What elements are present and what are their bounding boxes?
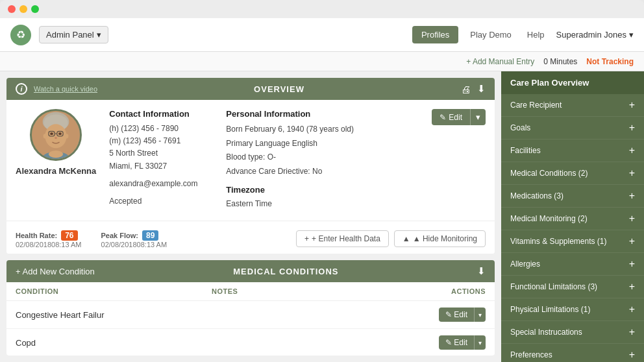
navbar: ♻ Admin Panel ▾ Profiles Play Demo Help … <box>0 18 644 52</box>
plus-icon: + <box>629 327 635 337</box>
edit-button[interactable]: ✎ Edit <box>432 109 470 125</box>
watch-video-link[interactable]: Watch a quick video <box>34 85 97 93</box>
close-button[interactable] <box>8 5 16 13</box>
sidebar-item-medical-conditions[interactable]: Medical Conditions (2) + <box>501 162 644 185</box>
sidebar-item-care-recipient[interactable]: Care Recipient + <box>501 94 644 117</box>
col-notes-header: NOTES <box>212 287 408 295</box>
condition-actions: ✎ Edit ▾ <box>408 335 486 350</box>
logo-icon: ♻ <box>16 29 25 41</box>
blood-type: Blood type: O- <box>226 151 419 165</box>
profiles-button[interactable]: Profiles <box>412 26 458 43</box>
edit-label: Edit <box>449 113 462 122</box>
timezone-value: Eastern Time <box>226 197 419 211</box>
overview-card: i Watch a quick video OVERVIEW 🖨 ⬇ <box>6 78 495 254</box>
avatar <box>30 109 82 161</box>
conditions-title: MEDICAL CONDITIONS <box>233 267 338 276</box>
app-logo: ♻ <box>10 25 31 45</box>
conditions-header-left: + Add New Condition <box>16 267 95 276</box>
plus-icon: + <box>629 350 635 360</box>
sidebar-item-preferences[interactable]: Preferences + <box>501 344 644 362</box>
condition-edit-dropdown[interactable]: ▾ <box>474 335 486 350</box>
sidebar-item-physical-limitations[interactable]: Physical Limitations (1) + <box>501 298 644 321</box>
plus-icon: + <box>629 168 635 178</box>
sidebar-item-medications[interactable]: Medications (3) + <box>501 185 644 208</box>
sidebar-item-functional-limitations[interactable]: Functional Limitations (3) + <box>501 276 644 298</box>
peak-flow-value: 89 <box>142 230 158 241</box>
maximize-button[interactable] <box>31 5 39 13</box>
condition-edit-button[interactable]: ✎ Edit <box>439 335 474 350</box>
plus-icon: + <box>629 145 635 156</box>
edit-section: ✎ Edit ▾ <box>432 109 486 211</box>
overview-title: OVERVIEW <box>254 84 304 94</box>
contact-title: Contact Information <box>109 109 213 119</box>
sidebar-item-special-instructions[interactable]: Special Instrucations + <box>501 321 644 344</box>
phone-home: (h) (123) 456 - 7890 <box>109 123 213 135</box>
sidebar-item-label: Preferences <box>510 350 552 359</box>
sidebar-item-label: Vitamins & Supplements (1) <box>510 237 607 246</box>
plus-icon: + <box>629 236 635 247</box>
add-condition-button[interactable]: + Add New Condition <box>16 267 95 276</box>
minutes-display: 0 Minutes <box>543 57 577 66</box>
peak-flow-date: 02/08/201808:13 AM <box>101 241 167 248</box>
edit-chevron-icon: ▾ <box>476 112 480 122</box>
edit-button-group: ✎ Edit ▾ <box>432 109 486 125</box>
play-demo-link[interactable]: Play Demo <box>466 30 515 40</box>
sidebar-item-label: Medications (3) <box>510 191 564 200</box>
condition-edit-dropdown[interactable]: ▾ <box>474 308 486 322</box>
health-rate-metric: Health Rate: 76 02/08/201808:13 AM <box>16 229 82 248</box>
sidebar-item-label: Facilities <box>510 146 541 155</box>
sidebar-item-vitamins[interactable]: Vitamins & Supplements (1) + <box>501 230 644 253</box>
address-line1: 5 North Street <box>109 147 213 160</box>
health-actions: + + Enter Health Data ▲ ▲ Hide Monitorin… <box>296 230 486 247</box>
enter-health-icon: + <box>304 234 309 243</box>
sidebar-item-label: Care Recipient <box>510 101 562 110</box>
admin-panel-chevron: ▾ <box>97 30 101 40</box>
edit-pencil-icon: ✎ <box>440 113 446 122</box>
tracking-status: Not Tracking <box>586 57 634 66</box>
cond-edit-label: Edit <box>454 338 467 347</box>
personal-title: Personal Information <box>226 109 419 119</box>
condition-edit-button[interactable]: ✎ Edit <box>439 308 474 322</box>
peak-flow-metric: Peak Flow: 89 02/08/201808:13 AM <box>101 229 167 248</box>
avatar-section: Alexandra McKenna <box>16 109 96 211</box>
svg-point-13 <box>49 151 63 158</box>
phone-mobile: (m) (123) 456 - 7691 <box>109 135 213 147</box>
svg-point-11 <box>65 134 69 138</box>
sidebar-item-label: Medical Monitoring (2) <box>510 214 588 223</box>
plus-icon: + <box>629 123 635 133</box>
export-icon[interactable]: ⬇ <box>477 83 486 95</box>
cond-dropdown-icon: ▾ <box>478 311 482 319</box>
add-manual-entry-link[interactable]: + Add Manual Entry <box>466 57 534 66</box>
sidebar-item-medical-monitoring[interactable]: Medical Monitoring (2) + <box>501 208 644 230</box>
plus-icon: + <box>629 259 635 269</box>
sidebar-item-allergies[interactable]: Allergies + <box>501 253 644 276</box>
user-name: Superadmin Jones <box>556 30 626 40</box>
hide-monitoring-button[interactable]: ▲ ▲ Hide Monitoring <box>394 230 486 247</box>
enter-health-data-button[interactable]: + + Enter Health Data <box>296 230 389 247</box>
info-icon[interactable]: i <box>16 83 27 95</box>
language: Primary Language English <box>226 137 419 151</box>
contact-section: Contact Information (h) (123) 456 - 7890… <box>109 109 213 211</box>
sidebar-item-facilities[interactable]: Facilities + <box>501 139 644 162</box>
plus-icon: + <box>629 191 635 201</box>
sidebar-item-goals[interactable]: Goals + <box>501 117 644 139</box>
sidebar-item-label: Physical Limitations (1) <box>510 305 590 314</box>
admin-panel-button[interactable]: Admin Panel ▾ <box>39 26 108 43</box>
sidebar-header: Care Plan Overview <box>501 71 644 94</box>
condition-name: Congestive Heart Failur <box>16 310 212 320</box>
cond-dropdown-icon: ▾ <box>478 339 482 346</box>
overview-body: Alexandra McKenna Contact Information (h… <box>6 100 495 221</box>
user-menu[interactable]: Superadmin Jones ▾ <box>556 30 634 40</box>
help-link[interactable]: Help <box>523 30 549 40</box>
condition-actions: ✎ Edit ▾ <box>408 308 486 322</box>
print-icon[interactable]: 🖨 <box>461 84 471 95</box>
conditions-export-icon[interactable]: ⬇ <box>477 265 486 277</box>
edit-dropdown-button[interactable]: ▾ <box>470 109 486 125</box>
timezone-section: Timezone Eastern Time <box>226 185 419 211</box>
sidebar-item-label: Allergies <box>510 259 540 269</box>
timezone-title: Timezone <box>226 185 419 195</box>
minimize-button[interactable] <box>19 5 27 13</box>
sidebar: Care Plan Overview Care Recipient + Goal… <box>501 71 644 362</box>
svg-point-9 <box>55 137 57 139</box>
patient-name: Alexandra McKenna <box>16 166 96 176</box>
